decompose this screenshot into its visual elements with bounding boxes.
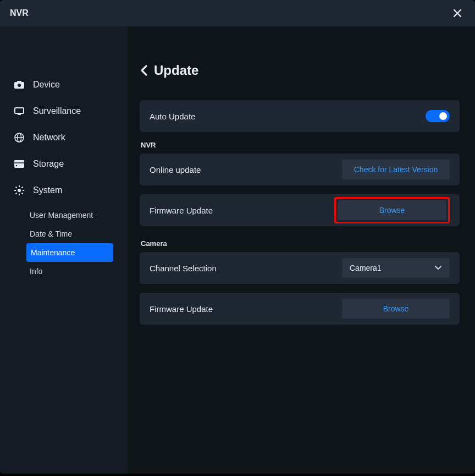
online-update-row: Online update Check for Latest Version xyxy=(140,154,460,185)
globe-icon xyxy=(14,133,24,143)
svg-rect-4 xyxy=(15,108,23,113)
close-icon xyxy=(452,8,462,18)
svg-point-13 xyxy=(18,189,21,192)
svg-point-12 xyxy=(16,165,17,166)
camera-browse-button[interactable]: Browse xyxy=(342,299,450,319)
svg-line-21 xyxy=(16,193,17,194)
channel-select[interactable]: Camera1 xyxy=(342,258,450,278)
check-version-button[interactable]: Check for Latest Version xyxy=(342,160,450,179)
settings-window: NVR Device Surveillance xyxy=(0,0,475,474)
sidebar-sub-user-management[interactable]: User Management xyxy=(0,206,123,225)
sidebar-sub-label: User Management xyxy=(30,211,93,220)
highlight-annotation: Browse xyxy=(334,197,450,223)
toggle-knob xyxy=(439,112,447,120)
firmware-update-label: Firmware Update xyxy=(150,206,213,215)
sidebar-item-label: Network xyxy=(33,133,65,143)
camera-icon xyxy=(14,80,24,90)
monitor-icon xyxy=(14,106,24,116)
sidebar-item-system[interactable]: System xyxy=(0,177,128,204)
auto-update-row: Auto Update xyxy=(140,100,460,132)
channel-selection-row: Channel Selection Camera1 xyxy=(140,252,460,284)
sidebar-item-device[interactable]: Device xyxy=(0,72,128,98)
page-header: Update xyxy=(140,63,460,78)
svg-point-2 xyxy=(18,84,21,87)
camera-firmware-update-row: Firmware Update Browse xyxy=(140,293,460,325)
button-label: Browse xyxy=(383,304,409,313)
sidebar-item-network[interactable]: Network xyxy=(0,124,128,151)
sidebar-sub-info[interactable]: Info xyxy=(0,262,123,281)
sidebar-sub-date-time[interactable]: Date & Time xyxy=(0,225,123,243)
sidebar-item-label: Storage xyxy=(33,159,64,169)
back-button[interactable] xyxy=(140,65,148,76)
nvr-firmware-update-row: Firmware Update Browse xyxy=(140,194,460,226)
window-title: NVR xyxy=(10,8,29,18)
nvr-browse-button[interactable]: Browse xyxy=(338,200,446,220)
window-body: Device Surveillance Network Storage xyxy=(0,26,475,474)
svg-line-20 xyxy=(22,187,23,188)
firmware-update-label: Firmware Update xyxy=(150,304,213,314)
chevron-down-icon xyxy=(434,265,442,271)
section-nvr-title: NVR xyxy=(141,141,460,149)
sidebar-item-storage[interactable]: Storage xyxy=(0,151,128,177)
svg-rect-5 xyxy=(18,114,21,115)
sidebar-sub-maintenance[interactable]: Maintenance xyxy=(26,243,113,262)
sidebar-sub-label: Date & Time xyxy=(30,229,72,238)
sidebar-item-surveillance[interactable]: Surveillance xyxy=(0,98,128,124)
main-panel: Update Auto Update NVR Online update Che… xyxy=(128,26,475,474)
drive-icon xyxy=(14,159,24,169)
sidebar-item-label: System xyxy=(33,185,62,195)
system-submenu: User Management Date & Time Maintenance … xyxy=(0,206,128,281)
select-value: Camera1 xyxy=(350,264,382,272)
section-camera-title: Camera xyxy=(141,239,460,248)
chevron-left-icon xyxy=(140,65,148,76)
svg-line-19 xyxy=(22,193,23,194)
sidebar: Device Surveillance Network Storage xyxy=(0,26,128,474)
button-label: Check for Latest Version xyxy=(354,165,438,174)
svg-rect-1 xyxy=(17,81,21,83)
sidebar-sub-label: Maintenance xyxy=(31,248,75,257)
gear-icon xyxy=(14,185,24,195)
sidebar-item-label: Surveillance xyxy=(33,106,81,116)
sidebar-item-label: Device xyxy=(33,80,60,90)
auto-update-label: Auto Update xyxy=(150,112,195,121)
svg-line-18 xyxy=(16,187,17,188)
channel-selection-label: Channel Selection xyxy=(150,264,217,273)
sidebar-sub-label: Info xyxy=(30,267,42,276)
button-label: Browse xyxy=(379,206,405,215)
titlebar: NVR xyxy=(0,0,475,26)
close-button[interactable] xyxy=(450,6,465,21)
auto-update-toggle[interactable] xyxy=(426,110,450,122)
page-title: Update xyxy=(154,63,198,78)
online-update-label: Online update xyxy=(150,165,201,174)
